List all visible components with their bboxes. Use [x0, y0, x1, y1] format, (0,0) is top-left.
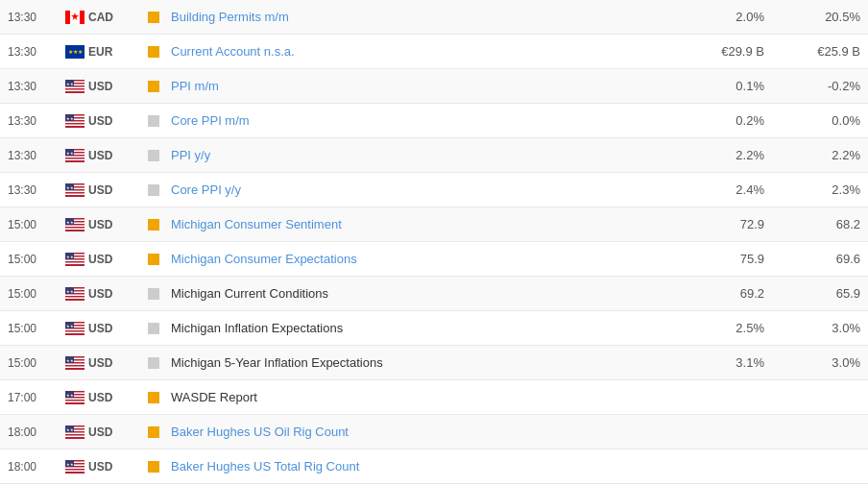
event-name[interactable]: PPI y/y [165, 148, 668, 162]
svg-text:★★: ★★ [66, 461, 74, 466]
event-previous: 0.0% [764, 113, 860, 128]
low-importance-icon [148, 115, 159, 127]
event-currency: ★★ USD [65, 356, 142, 370]
svg-rect-10 [65, 89, 84, 91]
event-previous: 3.0% [764, 321, 860, 335]
event-link[interactable]: PPI m/m [171, 79, 219, 93]
event-currency: ★★ USD [65, 425, 142, 439]
svg-rect-73 [65, 401, 84, 402]
event-time: 13:30 [8, 114, 65, 128]
svg-text:★★: ★★ [66, 426, 74, 431]
event-link[interactable]: Baker Hughes US Total Rig Count [171, 459, 359, 474]
event-link[interactable]: Building Permits m/m [171, 10, 289, 24]
low-importance-icon [148, 323, 159, 334]
importance-indicator [142, 184, 165, 196]
event-name[interactable]: Current Account n.s.a. [165, 44, 668, 59]
event-time: 13:30 [8, 45, 65, 59]
svg-rect-17 [65, 124, 84, 126]
event-time: 15:00 [8, 322, 65, 335]
svg-text:★★: ★★ [66, 323, 74, 328]
event-time: 15:00 [8, 287, 65, 301]
svg-rect-66 [65, 366, 84, 368]
event-link[interactable]: Baker Hughes US Oil Rig Count [171, 425, 349, 439]
currency-code: EUR [88, 45, 112, 59]
importance-indicator [142, 357, 165, 369]
svg-rect-52 [65, 297, 84, 299]
event-name[interactable]: PPI m/m [165, 79, 668, 93]
high-importance-icon [148, 461, 159, 473]
svg-text:★★: ★★ [66, 357, 74, 362]
event-time: 13:30 [8, 183, 65, 197]
svg-rect-37 [65, 225, 84, 227]
event-time: 13:30 [8, 11, 65, 24]
importance-indicator [142, 323, 165, 334]
table-row: 15:00 ★★ USDMichigan 5-Year Inflation Ex… [0, 346, 868, 380]
event-previous: 2.3% [764, 182, 860, 197]
event-name[interactable]: Core PPI y/y [165, 182, 668, 197]
svg-rect-59 [65, 331, 84, 333]
svg-text:★★: ★★ [66, 254, 74, 258]
event-previous: 69.6 [764, 252, 860, 266]
currency-code: USD [88, 80, 112, 93]
event-link[interactable]: Core PPI y/y [171, 182, 241, 197]
currency-code: USD [88, 218, 112, 231]
event-time: 18:00 [8, 460, 65, 474]
event-actual: 0.1% [668, 79, 764, 93]
high-importance-icon [148, 426, 159, 438]
table-row: 15:00 ★★ USDMichigan Current Conditions6… [0, 277, 868, 311]
event-link[interactable]: Current Account n.s.a. [171, 44, 295, 59]
event-actual: €29.9 B [668, 44, 764, 59]
svg-rect-0 [65, 11, 70, 24]
svg-text:★★: ★★ [66, 81, 74, 85]
table-row: 15:00 ★★ USDMichigan Consumer Sentiment7… [0, 207, 868, 242]
event-text: Michigan Current Conditions [171, 286, 328, 301]
svg-text:★★: ★★ [66, 219, 74, 224]
event-name[interactable]: Michigan Consumer Expectations [165, 252, 668, 266]
currency-code: USD [88, 114, 112, 128]
table-row: 13:30 ★★ USDPPI m/m0.1%-0.2% [0, 69, 868, 104]
table-row: 13:30 ★★ USDCore PPI y/y2.4%2.3% [0, 173, 868, 207]
low-importance-icon [148, 150, 159, 161]
event-currency: ★★ USD [65, 322, 142, 335]
currency-code: CAD [88, 11, 113, 24]
event-name[interactable]: Michigan Consumer Sentiment [165, 217, 668, 231]
currency-code: USD [88, 183, 112, 197]
importance-indicator [142, 254, 165, 265]
event-currency: ★★ USD [65, 80, 142, 93]
svg-rect-31 [65, 193, 84, 195]
event-actual: 3.1% [668, 355, 764, 370]
table-row: 18:00 ★★ USDBaker Hughes US Oil Rig Coun… [0, 415, 868, 450]
event-previous: 3.0% [764, 355, 860, 370]
event-name[interactable]: Baker Hughes US Oil Rig Count [165, 425, 668, 439]
event-name[interactable]: Baker Hughes US Total Rig Count [165, 459, 668, 474]
event-link[interactable]: Core PPI m/m [171, 113, 250, 128]
table-row: 13:30 ★★★ EURCurrent Account n.s.a.€29.9… [0, 35, 868, 69]
table-row: 15:00 ★★ USDMichigan Inflation Expectati… [0, 311, 868, 346]
svg-text:★★: ★★ [66, 115, 74, 120]
svg-rect-16 [65, 121, 84, 123]
event-currency: CAD [65, 11, 142, 24]
svg-rect-65 [65, 363, 84, 365]
event-currency: ★★ USD [65, 149, 142, 162]
event-currency: ★★★ EUR [65, 45, 142, 59]
importance-indicator [142, 81, 165, 92]
svg-rect-86 [65, 467, 84, 469]
event-previous: 2.2% [764, 148, 860, 162]
event-name[interactable]: Building Permits m/m [165, 10, 668, 24]
svg-rect-38 [65, 228, 84, 230]
event-currency: ★★ USD [65, 253, 142, 266]
event-link[interactable]: Michigan Consumer Expectations [171, 252, 357, 266]
importance-indicator [142, 12, 165, 23]
event-link[interactable]: Michigan Consumer Sentiment [171, 217, 342, 231]
event-time: 13:30 [8, 80, 65, 93]
event-link[interactable]: PPI y/y [171, 148, 210, 162]
event-name[interactable]: Core PPI m/m [165, 113, 668, 128]
currency-code: USD [88, 287, 112, 301]
event-actual: 69.2 [668, 286, 764, 301]
event-name: Michigan Current Conditions [165, 286, 668, 301]
importance-indicator [142, 288, 165, 300]
event-actual: 2.0% [668, 10, 764, 24]
event-time: 17:00 [8, 391, 65, 404]
currency-code: USD [88, 391, 112, 404]
currency-code: USD [88, 149, 112, 162]
